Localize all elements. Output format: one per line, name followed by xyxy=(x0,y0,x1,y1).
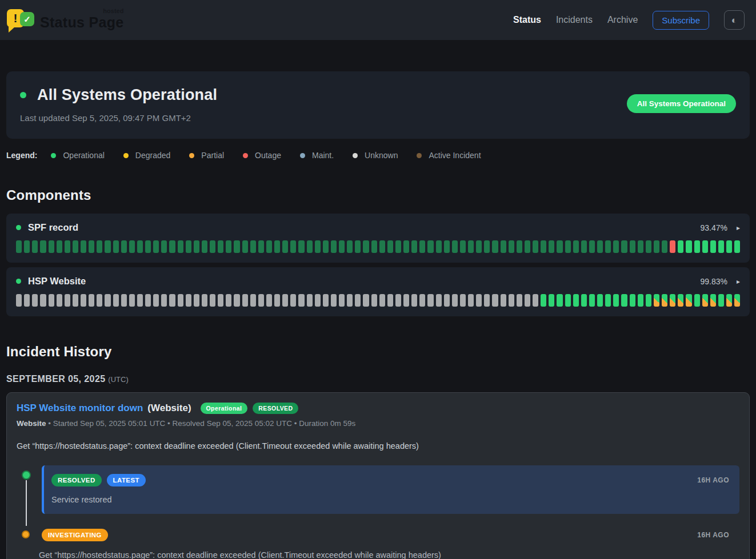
uptime-bar-op[interactable] xyxy=(549,294,554,307)
uptime-bar-partial[interactable] xyxy=(726,294,732,307)
uptime-bar-op_dim[interactable] xyxy=(97,240,102,253)
uptime-bar-unknown[interactable] xyxy=(484,294,490,307)
uptime-bar-op_dim[interactable] xyxy=(137,240,143,253)
uptime-bar-op_dim[interactable] xyxy=(210,240,215,253)
uptime-bar-op[interactable] xyxy=(646,294,651,307)
uptime-bar-op[interactable] xyxy=(621,294,627,307)
uptime-bar-unknown[interactable] xyxy=(331,294,337,307)
uptime-bar-op_dim[interactable] xyxy=(169,240,175,253)
uptime-bar-op_dim[interactable] xyxy=(315,240,321,253)
uptime-bar-unknown[interactable] xyxy=(266,294,272,307)
uptime-bar-op_dim[interactable] xyxy=(379,240,385,253)
uptime-bar-unknown[interactable] xyxy=(403,294,409,307)
uptime-bar-op_dim[interactable] xyxy=(621,240,627,253)
uptime-bar-unknown[interactable] xyxy=(339,294,345,307)
uptime-bar-unknown[interactable] xyxy=(387,294,393,307)
uptime-bar-op_dim[interactable] xyxy=(57,240,62,253)
uptime-bar-unknown[interactable] xyxy=(57,294,62,307)
uptime-bar-op_dim[interactable] xyxy=(274,240,280,253)
uptime-bar-partial[interactable] xyxy=(734,294,740,307)
uptime-bar-partial[interactable] xyxy=(678,294,683,307)
uptime-bar-op_dim[interactable] xyxy=(49,240,54,253)
uptime-bar-unknown[interactable] xyxy=(153,294,159,307)
uptime-bar-partial[interactable] xyxy=(710,294,716,307)
expand-arrow-icon[interactable]: ▸ xyxy=(737,278,740,285)
uptime-bar-op_dim[interactable] xyxy=(662,240,667,253)
uptime-bar-unknown[interactable] xyxy=(501,294,506,307)
component-header[interactable]: SPF record 93.47% ▸ xyxy=(16,222,740,233)
uptime-bar-unknown[interactable] xyxy=(282,294,288,307)
uptime-bar-op[interactable] xyxy=(718,240,724,253)
uptime-bar-unknown[interactable] xyxy=(298,294,304,307)
uptime-bar-op_dim[interactable] xyxy=(387,240,393,253)
uptime-bar-op_dim[interactable] xyxy=(573,240,579,253)
uptime-bar-op_dim[interactable] xyxy=(258,240,264,253)
uptime-bar-unknown[interactable] xyxy=(509,294,514,307)
uptime-bar-op_dim[interactable] xyxy=(476,240,482,253)
uptime-bar-unknown[interactable] xyxy=(307,294,313,307)
uptime-bar-unknown[interactable] xyxy=(363,294,369,307)
uptime-bar-op_dim[interactable] xyxy=(355,240,361,253)
uptime-bar-op_dim[interactable] xyxy=(581,240,587,253)
uptime-bar-unknown[interactable] xyxy=(476,294,482,307)
uptime-bar-unknown[interactable] xyxy=(89,294,94,307)
nav-item-archive[interactable]: Archive xyxy=(607,15,638,25)
uptime-bar-op_dim[interactable] xyxy=(411,240,417,253)
uptime-bar-unknown[interactable] xyxy=(16,294,22,307)
uptime-bar-op_dim[interactable] xyxy=(331,240,337,253)
uptime-bar-op_dim[interactable] xyxy=(32,240,38,253)
uptime-bar-op_dim[interactable] xyxy=(161,240,167,253)
uptime-bar-op[interactable] xyxy=(726,240,732,253)
uptime-bar-unknown[interactable] xyxy=(355,294,361,307)
uptime-bar-op_dim[interactable] xyxy=(419,240,425,253)
uptime-bar-op[interactable] xyxy=(630,294,635,307)
uptime-bar-op_dim[interactable] xyxy=(186,240,191,253)
uptime-bar-unknown[interactable] xyxy=(210,294,215,307)
uptime-bar-op[interactable] xyxy=(605,294,611,307)
uptime-bar-partial[interactable] xyxy=(686,294,691,307)
uptime-bar-op_dim[interactable] xyxy=(403,240,409,253)
uptime-bar-op_dim[interactable] xyxy=(226,240,231,253)
uptime-bar-unknown[interactable] xyxy=(290,294,296,307)
uptime-bar-op_dim[interactable] xyxy=(234,240,239,253)
theme-toggle-button[interactable]: ◐ xyxy=(724,10,745,30)
uptime-bar-op[interactable] xyxy=(589,294,595,307)
uptime-bar-unknown[interactable] xyxy=(533,294,538,307)
uptime-bar-unknown[interactable] xyxy=(274,294,280,307)
uptime-bar-op_dim[interactable] xyxy=(242,240,248,253)
uptime-bar-op_dim[interactable] xyxy=(65,240,70,253)
uptime-bar-op_dim[interactable] xyxy=(153,240,159,253)
uptime-bar-op[interactable] xyxy=(613,294,619,307)
uptime-bar-op_dim[interactable] xyxy=(452,240,458,253)
uptime-bar-unknown[interactable] xyxy=(186,294,191,307)
uptime-bar-unknown[interactable] xyxy=(242,294,248,307)
uptime-bar-op_dim[interactable] xyxy=(597,240,603,253)
uptime-bar-unknown[interactable] xyxy=(178,294,183,307)
uptime-bar-unknown[interactable] xyxy=(468,294,474,307)
uptime-bar-unknown[interactable] xyxy=(49,294,54,307)
uptime-bar-unknown[interactable] xyxy=(202,294,207,307)
uptime-bar-op_dim[interactable] xyxy=(509,240,514,253)
uptime-bar-op_dim[interactable] xyxy=(557,240,562,253)
uptime-bar-op[interactable] xyxy=(581,294,587,307)
uptime-bar-partial[interactable] xyxy=(702,294,708,307)
uptime-bar-op_dim[interactable] xyxy=(363,240,369,253)
uptime-bar-unknown[interactable] xyxy=(81,294,86,307)
uptime-bar-partial[interactable] xyxy=(670,294,675,307)
uptime-bar-op[interactable] xyxy=(734,240,740,253)
uptime-bar-op_dim[interactable] xyxy=(121,240,127,253)
uptime-bar-op_dim[interactable] xyxy=(145,240,151,253)
uptime-bar-op_dim[interactable] xyxy=(468,240,474,253)
nav-item-incidents[interactable]: Incidents xyxy=(556,15,593,25)
uptime-bar-op_dim[interactable] xyxy=(129,240,135,253)
uptime-bar-partial[interactable] xyxy=(662,294,667,307)
uptime-bar-op_dim[interactable] xyxy=(484,240,490,253)
uptime-bar-op[interactable] xyxy=(565,294,571,307)
uptime-bar-unknown[interactable] xyxy=(145,294,151,307)
uptime-bar-outage[interactable] xyxy=(670,240,675,253)
uptime-bar-unknown[interactable] xyxy=(250,294,256,307)
uptime-bar-unknown[interactable] xyxy=(444,294,450,307)
uptime-bar-op_dim[interactable] xyxy=(290,240,296,253)
uptime-bar-unknown[interactable] xyxy=(97,294,102,307)
uptime-bar-op_dim[interactable] xyxy=(427,240,433,253)
